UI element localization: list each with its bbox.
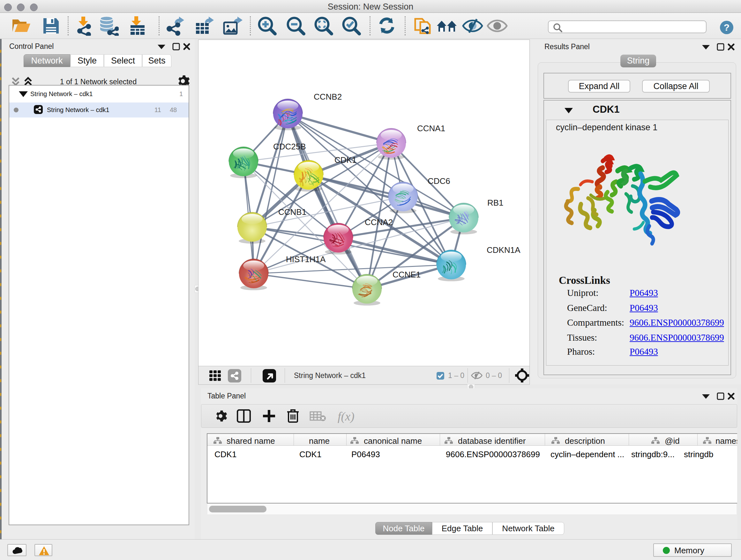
svg-text:CDC25B: CDC25B <box>273 142 306 151</box>
svg-text:CCNA1: CCNA1 <box>417 124 445 133</box>
svg-text:CDC6: CDC6 <box>428 176 450 186</box>
svg-text:?: ? <box>724 22 730 33</box>
svg-text:HIST1H1A: HIST1H1A <box>286 254 326 264</box>
svg-text:RB1: RB1 <box>487 198 503 207</box>
svg-text:CDK1: CDK1 <box>334 155 356 165</box>
svg-text:CCNB1: CCNB1 <box>278 207 307 217</box>
svg-text:CCNE1: CCNE1 <box>393 270 421 279</box>
svg-text:CDKN1A: CDKN1A <box>487 245 521 255</box>
svg-text:CCNB2: CCNB2 <box>314 92 342 102</box>
svg-text:CCNA2: CCNA2 <box>365 217 393 227</box>
